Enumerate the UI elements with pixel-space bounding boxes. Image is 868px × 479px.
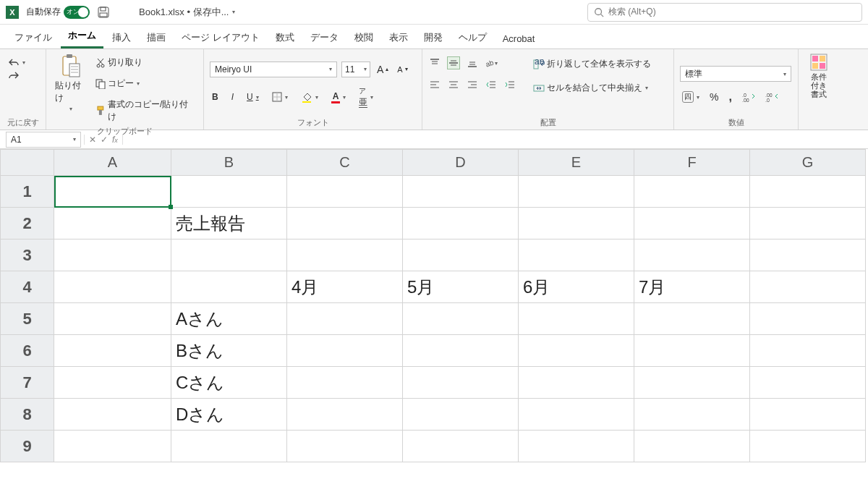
paste-button[interactable]: 貼り付け ▾ [52, 52, 89, 114]
increase-indent-icon[interactable] [503, 78, 516, 91]
worksheet[interactable]: A B C D E F G 1 2 売上報告 3 4 4月 5月 6 [0, 149, 868, 462]
row-7[interactable]: 7 Cさん [1, 367, 866, 399]
cell-D2[interactable] [403, 208, 519, 240]
percent-button[interactable]: % [707, 90, 720, 104]
row-header-5[interactable]: 5 [1, 303, 54, 335]
cell-D9[interactable] [403, 431, 519, 462]
cell-A5[interactable] [54, 303, 171, 335]
cell-B8[interactable]: Dさん [171, 399, 287, 431]
cell-G3[interactable] [750, 240, 866, 271]
cell-B5[interactable]: Aさん [171, 303, 287, 335]
row-8[interactable]: 8 Dさん [1, 399, 866, 431]
number-format-picker[interactable]: 標準▾ [680, 66, 791, 82]
row-1[interactable]: 1 [1, 176, 866, 208]
cell-D5[interactable] [403, 303, 519, 335]
col-header-A[interactable]: A [54, 150, 171, 176]
tab-draw[interactable]: 描画 [140, 28, 173, 48]
cell-G2[interactable] [750, 208, 866, 240]
cell-B3[interactable] [171, 240, 287, 271]
row-3[interactable]: 3 [1, 240, 866, 271]
bold-button[interactable]: B [210, 90, 221, 103]
cell-F8[interactable] [634, 399, 750, 431]
cell-F5[interactable] [634, 303, 750, 335]
cell-F2[interactable] [634, 208, 750, 240]
cell-F4[interactable]: 7月 [634, 271, 750, 303]
cell-A3[interactable] [54, 240, 171, 271]
cell-F7[interactable] [634, 367, 750, 399]
tab-developer[interactable]: 開発 [417, 28, 450, 48]
align-middle-icon[interactable] [447, 56, 460, 69]
cell-G1[interactable] [750, 176, 866, 208]
cell-F9[interactable] [634, 431, 750, 462]
cell-D4[interactable]: 5月 [403, 271, 519, 303]
wrap-text-button[interactable]: ab折り返して全体を表示する [531, 56, 653, 72]
tab-file[interactable]: ファイル [7, 28, 59, 48]
cell-C1[interactable] [287, 176, 403, 208]
cell-A6[interactable] [54, 335, 171, 367]
font-color-button[interactable]: A▾ [329, 90, 349, 105]
accounting-format-button[interactable]: 四▾ [680, 90, 702, 104]
format-painter-button[interactable]: 書式のコピー/貼り付け [93, 97, 197, 124]
cell-D8[interactable] [403, 399, 519, 431]
cell-E1[interactable] [519, 176, 634, 208]
col-header-B[interactable]: B [171, 150, 287, 176]
underline-button[interactable]: U▾ [244, 90, 261, 103]
column-headers[interactable]: A B C D E F G [1, 150, 866, 176]
cell-C5[interactable] [287, 303, 403, 335]
tab-insert[interactable]: 挿入 [105, 28, 138, 48]
fill-color-button[interactable]: ▾ [299, 90, 320, 104]
orientation-icon[interactable]: ab▾ [485, 56, 498, 69]
row-2[interactable]: 2 売上報告 [1, 208, 866, 240]
tab-review[interactable]: 校閲 [347, 28, 380, 48]
cell-G9[interactable] [750, 431, 866, 462]
increase-decimal-button[interactable]: .0.00 [740, 90, 757, 103]
row-header-2[interactable]: 2 [1, 208, 54, 240]
decrease-decimal-button[interactable]: .00.0 [763, 90, 780, 103]
cell-C6[interactable] [287, 335, 403, 367]
cell-G7[interactable] [750, 367, 866, 399]
align-left-icon[interactable] [428, 78, 441, 91]
cell-D3[interactable] [403, 240, 519, 271]
col-header-D[interactable]: D [403, 150, 519, 176]
tab-home[interactable]: ホーム [61, 26, 103, 48]
decrease-indent-icon[interactable] [485, 78, 498, 91]
row-header-3[interactable]: 3 [1, 240, 54, 271]
cell-F6[interactable] [634, 335, 750, 367]
cell-C4[interactable]: 4月 [287, 271, 403, 303]
row-header-7[interactable]: 7 [1, 367, 54, 399]
cell-A2[interactable] [54, 208, 171, 240]
save-icon[interactable] [97, 6, 110, 19]
conditional-format-button[interactable]: 条件付き書式 [804, 52, 833, 100]
increase-font-button[interactable]: A▴ [375, 62, 391, 77]
col-header-F[interactable]: F [634, 150, 750, 176]
phonetic-button[interactable]: ア亜▾ [357, 85, 375, 110]
cell-E4[interactable]: 6月 [519, 271, 634, 303]
cell-B2[interactable]: 売上報告 [171, 208, 287, 240]
cell-B7[interactable]: Cさん [171, 367, 287, 399]
col-header-G[interactable]: G [750, 150, 866, 176]
select-all-corner[interactable] [1, 150, 54, 176]
cell-A4[interactable] [54, 271, 171, 303]
cell-D6[interactable] [403, 335, 519, 367]
search-input[interactable]: 検索 (Alt+Q) [587, 3, 862, 22]
font-name-picker[interactable]: Meiryo UI▾ [210, 62, 337, 77]
comma-button[interactable]: , [726, 89, 733, 105]
cell-G8[interactable] [750, 399, 866, 431]
merge-center-button[interactable]: セルを結合して中央揃え▾ [531, 80, 653, 96]
cell-G4[interactable] [750, 271, 866, 303]
cell-B9[interactable] [171, 431, 287, 462]
row-5[interactable]: 5 Aさん [1, 303, 866, 335]
row-9[interactable]: 9 [1, 431, 866, 462]
cell-C2[interactable] [287, 208, 403, 240]
cell-E7[interactable] [519, 367, 634, 399]
tab-acrobat[interactable]: Acrobat [495, 30, 542, 48]
tab-help[interactable]: ヘルプ [451, 28, 494, 48]
cell-A1[interactable] [54, 176, 171, 208]
tab-data[interactable]: データ [303, 28, 346, 48]
row-header-9[interactable]: 9 [1, 431, 54, 462]
autosave-toggle[interactable]: オン [64, 6, 90, 19]
cell-G5[interactable] [750, 303, 866, 335]
cell-G6[interactable] [750, 335, 866, 367]
cell-B4[interactable] [171, 271, 287, 303]
col-header-C[interactable]: C [287, 150, 403, 176]
